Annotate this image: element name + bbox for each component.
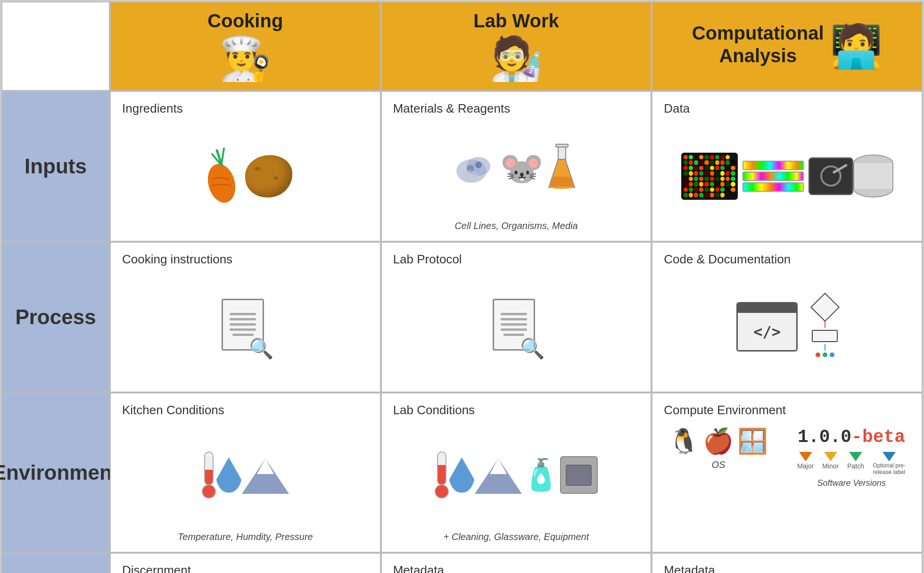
environment-comp-cell: Compute Environment 🐧 🍎 🪟 OS 1.0.0-beta (652, 393, 923, 553)
code-window-icon: </> (736, 302, 798, 352)
spray-bottle-icon: 🧴 (522, 457, 560, 493)
context-comp-cell: Metadata 🔑 12 (652, 553, 923, 573)
inputs-comp-cell: Data (652, 91, 923, 242)
inputs-cooking-cell: Ingredients (110, 91, 381, 242)
inputs-cooking-title: Ingredients (122, 101, 183, 116)
lab-equipment-icon (560, 456, 598, 494)
inputs-comp-title: Data (664, 101, 690, 116)
environment-cooking-icons (122, 422, 369, 528)
protocol-doc-icon: 🔍 (493, 299, 540, 355)
row-header-environment: Environment (1, 393, 110, 553)
carrot-icon (198, 146, 245, 207)
process-cooking-cell: Cooking instructions 🔍 (110, 242, 381, 393)
erlenmeyer-flask-icon (544, 143, 579, 195)
svg-marker-15 (490, 458, 507, 474)
recipe-doc-icon: 🔍 (222, 299, 269, 355)
os-label: OS (711, 459, 725, 470)
inputs-comp-icons (664, 121, 910, 231)
context-comp-title: Metadata (664, 563, 715, 573)
cooking-chef-icon: 👨‍🍳 (219, 34, 272, 83)
software-versions-label: Software Versions (817, 478, 885, 488)
inputs-labwork-title: Materials & Reagents (393, 101, 511, 116)
process-comp-title: Code & Documentation (664, 252, 791, 267)
process-comp-icon-area: </> (664, 271, 910, 382)
environment-labwork-cell: Lab Conditions 🧴 + Cleaning, Glassware, … (381, 393, 652, 553)
svg-marker-13 (257, 458, 274, 474)
environment-labwork-title: Lab Conditions (393, 403, 475, 417)
comp-header-title-line1: Computational (692, 22, 824, 44)
prerelease-version-arrow: Optional pre-release label (873, 452, 906, 475)
row-header-context: Context (1, 553, 110, 573)
linux-penguin-icon: 🐧 (668, 427, 699, 456)
lab-worker-icon: 🧑‍🔬 (490, 34, 543, 83)
inputs-label: Inputs (25, 155, 87, 178)
harddrive-icon (808, 157, 853, 195)
dna-strip-icon (742, 161, 804, 192)
row-header-process: Process (1, 242, 110, 393)
corner-cell (1, 1, 110, 91)
svg-rect-10 (556, 144, 568, 147)
inputs-labwork-icons: 🐭 (393, 121, 640, 217)
header-cooking: Cooking 👨‍🍳 (110, 1, 381, 91)
microarray-icon (681, 153, 738, 200)
os-icons: 🐧 🍎 🪟 (668, 427, 768, 456)
database-icon (853, 155, 893, 197)
version-display: 1.0.0-beta (798, 427, 905, 447)
process-comp-cell: Code & Documentation </> (652, 242, 923, 393)
context-cooking-title: Discernment (122, 563, 191, 573)
patch-version-arrow: Patch (847, 452, 864, 470)
environment-label: Environment (0, 461, 119, 484)
environment-labwork-caption: + Cleaning, Glassware, Equipment (393, 532, 640, 542)
process-cooking-title: Cooking instructions (122, 252, 232, 267)
potato-icon (245, 155, 292, 197)
environment-labwork-icons: 🧴 (393, 422, 640, 528)
svg-point-7 (475, 162, 482, 168)
process-labwork-icon-area: 🔍 (393, 271, 640, 382)
cooking-header-title: Cooking (207, 9, 283, 32)
svg-point-8 (461, 170, 478, 181)
environment-comp-title: Compute Environment (664, 403, 786, 417)
context-labwork-cell: Metadata 🧑‍🔬 👩‍🔬 🧑‍🔬 Who? (381, 553, 652, 573)
process-labwork-title: Lab Protocol (393, 252, 462, 267)
inputs-labwork-caption: Cell Lines, Organisms, Media (393, 221, 640, 231)
header-labwork: Lab Work 🧑‍🔬 (381, 1, 652, 91)
minor-version-arrow: Minor (822, 452, 839, 470)
major-version-arrow: Major (797, 452, 814, 470)
main-table: Cooking 👨‍🍳 Lab Work 🧑‍🔬 Computational A… (0, 0, 924, 573)
svg-line-2 (222, 148, 224, 164)
comp-header-title-line2: Analysis (692, 44, 824, 67)
row-header-inputs: Inputs (1, 91, 110, 242)
lab-water-drop-icon (449, 458, 475, 493)
labwork-header-title: Lab Work (473, 9, 559, 32)
environment-cooking-caption: Temperature, Humdity, Pressure (122, 532, 369, 542)
comp-analyst-icon: 🧑‍💻 (830, 22, 883, 71)
context-labwork-title: Metadata (393, 563, 444, 573)
inputs-labwork-cell: Materials & Reagents 🐭 (381, 91, 652, 242)
flowchart-icon (812, 297, 838, 357)
thermometer-icon (202, 451, 216, 499)
apple-os-icon: 🍎 (703, 427, 734, 456)
environment-cooking-cell: Kitchen Conditions Temperature, Humdity,… (110, 393, 381, 553)
windows-icon: 🪟 (737, 427, 768, 456)
water-drop-icon (216, 458, 242, 493)
process-label: Process (15, 305, 96, 329)
process-labwork-cell: Lab Protocol 🔍 (381, 242, 652, 393)
inputs-cooking-icons (122, 121, 369, 231)
header-computation: Computational Analysis 🧑‍💻 (652, 1, 923, 91)
context-cooking-cell: Discernment 🌍 😠 🍷 Cuisine, Alergens, Pai… (110, 553, 381, 573)
lab-thermometer-icon (435, 451, 449, 499)
process-cooking-icon-area: 🔍 (122, 271, 369, 382)
environment-cooking-title: Kitchen Conditions (122, 403, 224, 417)
mountain-icon (242, 456, 289, 494)
mouse-icon: 🐭 (500, 148, 544, 189)
svg-point-0 (204, 161, 239, 206)
lab-mountain-icon (475, 456, 522, 494)
cell-lines-icon (453, 145, 500, 192)
